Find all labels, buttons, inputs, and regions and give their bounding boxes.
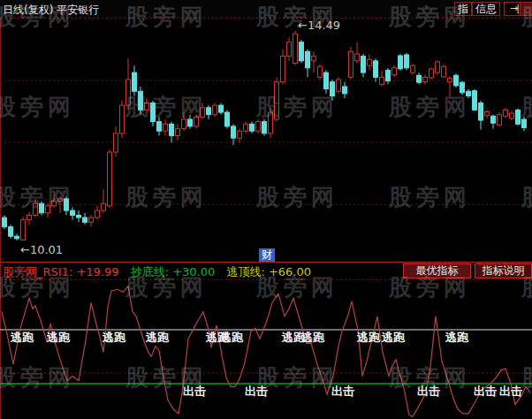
- candle-body: [219, 105, 224, 112]
- candle-body: [460, 82, 465, 93]
- candle-body: [58, 199, 63, 202]
- candle-body: [473, 91, 477, 110]
- candle-body: [392, 68, 397, 75]
- candle-body: [65, 199, 69, 210]
- best-indicator-button[interactable]: 最优指标: [403, 263, 471, 278]
- candle-body: [71, 210, 75, 215]
- rsi-value-label: 股旁网_RSI1: +19.99: [3, 265, 119, 278]
- candle-body: [300, 42, 304, 61]
- candle-body: [89, 217, 94, 222]
- candle-body: [250, 124, 255, 131]
- buy-signal-label: 出击: [183, 385, 206, 398]
- candle-body: [368, 59, 372, 65]
- candle-body: [52, 202, 57, 206]
- candle-body: [238, 131, 242, 138]
- candle-body: [27, 215, 32, 219]
- candle-body: [324, 72, 329, 89]
- toolbar-red-icon[interactable]: ▾: [520, 2, 532, 16]
- sell-signal-label: 逃跑: [381, 331, 406, 344]
- candle-body: [306, 51, 310, 68]
- candle-body: [262, 122, 267, 133]
- candle-body: [15, 236, 19, 239]
- candle-body: [374, 61, 378, 78]
- candle-body: [194, 117, 199, 126]
- candle-body: [386, 70, 391, 80]
- sell-signal-label: 逃跑: [300, 331, 325, 344]
- candle-body: [275, 82, 279, 119]
- candle-body: [108, 152, 112, 206]
- candle-body: [312, 57, 316, 61]
- candle-body: [244, 124, 248, 131]
- buy-signal-label: 出击: [474, 385, 497, 398]
- candle-body: [133, 72, 137, 91]
- sell-signal-label: 逃跑: [356, 331, 381, 344]
- title-bar: 日线(复权) 平安银行 指 信息 →| ▾: [0, 0, 532, 18]
- candle-body: [213, 105, 217, 115]
- candle-body: [182, 119, 186, 129]
- candle-body: [188, 119, 193, 126]
- candle-body: [287, 42, 292, 57]
- candle-body: [145, 103, 149, 110]
- candle-body: [491, 116, 496, 123]
- candle-body: [120, 105, 125, 133]
- candle-body: [281, 57, 285, 82]
- chart-title: 日线(复权) 平安银行: [3, 3, 99, 18]
- candle-body: [510, 113, 514, 118]
- sell-signal-label: 逃跑: [145, 331, 170, 344]
- candle-body: [479, 103, 483, 120]
- candle-body: [9, 227, 13, 237]
- finance-tab[interactable]: 财: [259, 248, 275, 262]
- candle-body: [139, 91, 143, 110]
- sell-signal-label: 逃跑: [445, 331, 469, 344]
- candle-body: [46, 206, 50, 213]
- indicator-header: 股旁网_RSI1: +19.99 抄底线: +30.00 逃顶线: +66.00: [3, 264, 319, 280]
- candle-body: [114, 133, 118, 152]
- buy-signal-label: 出击: [331, 385, 354, 398]
- candle-body: [21, 220, 26, 240]
- candle-body: [448, 78, 452, 81]
- indicator-button[interactable]: 指: [454, 2, 472, 16]
- candle-body: [77, 215, 81, 217]
- low-price-annotation: ←10.01: [20, 243, 63, 256]
- sell-signal-label: 逃跑: [46, 331, 71, 344]
- candle-body: [522, 119, 527, 128]
- candle-body: [95, 210, 100, 217]
- buy-signal-label: 出击: [417, 385, 440, 398]
- info-button[interactable]: 信息: [472, 2, 500, 16]
- candle-body: [83, 217, 87, 222]
- candle-body: [176, 129, 180, 136]
- candle-body: [343, 87, 347, 94]
- candle-body: [40, 203, 44, 213]
- sell-signal-label: 逃跑: [102, 331, 126, 344]
- high-price-annotation: ←14.49: [298, 19, 340, 32]
- candle-body: [232, 126, 236, 138]
- buy-signal-label: 出击: [245, 385, 268, 398]
- candle-body: [269, 112, 273, 133]
- candle-body: [126, 80, 131, 105]
- candle-body: [411, 65, 415, 72]
- candle-body: [349, 51, 353, 77]
- buy-signal-label: 出击: [499, 385, 522, 398]
- candle-body: [318, 66, 323, 77]
- candle-body: [355, 54, 360, 61]
- candle-body: [516, 110, 521, 124]
- candle-body: [337, 80, 341, 91]
- candle-body: [423, 77, 428, 81]
- candle-body: [293, 34, 298, 63]
- candle-body: [256, 122, 261, 132]
- candle-body: [399, 56, 403, 69]
- candle-body: [467, 91, 471, 95]
- candle-body: [504, 110, 508, 116]
- indicator-help-button[interactable]: 指标说明: [475, 263, 532, 278]
- candle-body: [34, 203, 38, 215]
- candle-body: [454, 75, 459, 86]
- sell-line-label: 逃顶线: +66.00: [226, 265, 311, 278]
- buy-line-label: 抄底线: +30.00: [131, 265, 216, 278]
- candle-body: [429, 69, 434, 78]
- sell-signal-label: 逃跑: [10, 331, 34, 344]
- candle-body: [436, 62, 440, 72]
- candle-body: [331, 82, 335, 96]
- candle-body: [405, 55, 409, 68]
- candle-body: [207, 108, 211, 115]
- candle-body: [201, 108, 205, 118]
